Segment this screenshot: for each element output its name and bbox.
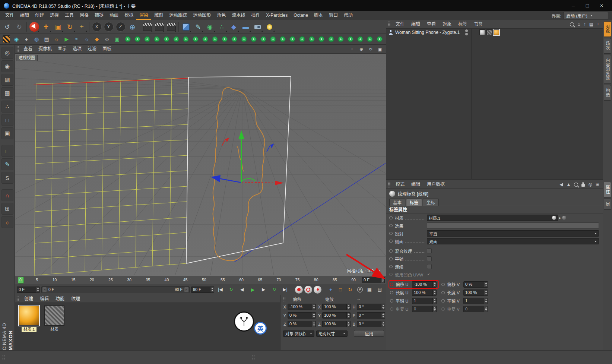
object-name[interactable]: Woman Sitting Phone - Zygote.1 bbox=[395, 30, 460, 35]
am-menu-userdata[interactable]: 用户数据 bbox=[424, 180, 448, 189]
lock-z-button[interactable]: Z bbox=[115, 21, 126, 33]
anim-dot[interactable] bbox=[389, 240, 393, 243]
anim-dot[interactable] bbox=[441, 291, 445, 294]
render-view-button[interactable] bbox=[142, 21, 153, 33]
fluid-button[interactable]: ◉ bbox=[12, 35, 21, 44]
menu-select[interactable]: 选择 bbox=[47, 11, 62, 20]
enable-axis-button[interactable]: ∟ bbox=[1, 145, 13, 157]
search-icon[interactable] bbox=[570, 22, 574, 26]
repeat-v-field[interactable]: 0 bbox=[463, 306, 488, 312]
record-keyframe-button[interactable] bbox=[295, 286, 303, 294]
environment-button[interactable]: ▬ bbox=[240, 21, 251, 33]
tab-coordinates[interactable]: 坐标 bbox=[423, 199, 439, 206]
next-frame-button[interactable]: ▶ bbox=[259, 286, 268, 294]
sphere-tool-button[interactable]: ● bbox=[22, 35, 31, 44]
menu-character[interactable]: 角色 bbox=[214, 11, 229, 20]
object-tree[interactable]: Woman Sitting Phone - Zygote.1 bbox=[386, 29, 603, 180]
undo-button[interactable]: ↺ bbox=[1, 21, 13, 33]
primitive-cube-button[interactable] bbox=[180, 21, 192, 33]
panel-grip[interactable] bbox=[252, 355, 255, 360]
stepper[interactable] bbox=[484, 282, 488, 287]
camera-button[interactable] bbox=[252, 21, 263, 33]
stepper[interactable] bbox=[484, 290, 488, 295]
autokeying-button[interactable] bbox=[304, 286, 312, 294]
play-button[interactable]: ▶ bbox=[248, 286, 257, 294]
spline-pen-button[interactable]: ✎ bbox=[192, 21, 204, 33]
material-name[interactable]: 材质 bbox=[49, 327, 60, 332]
move-button[interactable]: + bbox=[40, 21, 52, 33]
rotate-button[interactable]: ↻ bbox=[64, 21, 76, 33]
scale-y-field[interactable]: 100 % bbox=[322, 312, 351, 319]
panel-grip[interactable] bbox=[388, 21, 391, 27]
repeat-u-field[interactable]: 0 bbox=[412, 306, 437, 312]
tab-tag[interactable]: 标签 bbox=[406, 199, 422, 206]
rotate-view-button[interactable]: ↻ bbox=[367, 46, 374, 52]
box-tool-button[interactable]: ▣ bbox=[112, 35, 121, 44]
menu-tools[interactable]: 工具 bbox=[62, 11, 77, 20]
timeline-ruler[interactable]: 0 5 10 15 20 25 30 35 40 45 50 55 60 65 … bbox=[15, 276, 386, 284]
tile-checkbox[interactable] bbox=[427, 256, 432, 261]
anim-dot[interactable] bbox=[390, 283, 393, 286]
timeline-frame-spinner[interactable]: 0 F bbox=[362, 277, 385, 283]
points-mode-button[interactable]: ∴ bbox=[1, 101, 13, 113]
range-start-handle[interactable]: ◂ bbox=[42, 287, 47, 292]
menu-render[interactable]: 渲染 bbox=[136, 11, 151, 20]
lock-y-button[interactable]: Y bbox=[103, 21, 114, 33]
panel-grip[interactable] bbox=[283, 297, 286, 301]
menu-mograph[interactable]: 运动图形 bbox=[190, 11, 214, 20]
gear2-button[interactable]: ☼ bbox=[82, 35, 91, 44]
menu-snap[interactable]: 捕捉 bbox=[92, 11, 107, 20]
side-dropdown[interactable]: 双面 bbox=[427, 238, 599, 244]
path-up-icon[interactable]: ↑ bbox=[584, 22, 586, 27]
gear-tool-button[interactable]: ☼ bbox=[52, 35, 61, 44]
forward-icon[interactable]: ▲ bbox=[567, 182, 571, 187]
om-menu-edit[interactable]: 编辑 bbox=[408, 20, 423, 29]
tiles-u-field[interactable]: 1 bbox=[412, 298, 437, 304]
anim-dot[interactable] bbox=[389, 216, 393, 219]
target-icon[interactable]: ◎ bbox=[588, 182, 592, 187]
loop-button[interactable]: ↻ bbox=[270, 286, 279, 294]
visibility-dots[interactable] bbox=[465, 29, 468, 35]
minimize-button[interactable]: – bbox=[567, 1, 580, 10]
pick-material-icon[interactable] bbox=[562, 216, 566, 220]
stepper[interactable] bbox=[210, 287, 214, 292]
menu-animate[interactable]: 动画 bbox=[107, 11, 121, 20]
grid-layout-icon[interactable]: ⊞ bbox=[596, 182, 599, 187]
view-menu-camera[interactable]: 摄像机 bbox=[35, 45, 55, 53]
offset-v-field[interactable]: 0 % bbox=[463, 281, 488, 288]
rotation-h-field[interactable]: 0 ° bbox=[357, 304, 385, 310]
infinite-button[interactable]: ∞ bbox=[102, 35, 111, 44]
scale-button[interactable]: ▣ bbox=[52, 21, 64, 33]
menu-create[interactable]: 创建 bbox=[32, 11, 47, 20]
viewport-canvas[interactable]: 透视视图 网格间距 : 100 cm bbox=[15, 54, 386, 276]
material-thumbnail[interactable] bbox=[19, 306, 39, 326]
object-row[interactable]: Woman Sitting Phone - Zygote.1 bbox=[386, 29, 603, 36]
om-column-divider[interactable] bbox=[471, 29, 472, 180]
snap-button[interactable]: ∩ bbox=[1, 189, 13, 201]
dock-tab-attributes[interactable]: 属性 bbox=[604, 182, 611, 197]
view-menu-filter[interactable]: 过滤 bbox=[85, 45, 99, 53]
om-menu-objects[interactable]: 对象 bbox=[440, 20, 454, 29]
dock-tab-structure[interactable]: 构造 bbox=[604, 85, 611, 101]
range-end-handle[interactable]: ▸ bbox=[184, 287, 188, 292]
mm-menu-edit[interactable]: 编辑 bbox=[37, 295, 52, 303]
cache-button[interactable]: ▤ bbox=[42, 35, 51, 44]
om-menu-view[interactable]: 查看 bbox=[424, 20, 439, 29]
menu-sculpt[interactable]: 雕刻 bbox=[151, 11, 166, 20]
maximize-button[interactable]: □ bbox=[581, 1, 594, 10]
panel-grip[interactable] bbox=[16, 296, 19, 301]
panel-grip[interactable] bbox=[2, 355, 5, 360]
length-u-field[interactable]: 100 % bbox=[412, 289, 437, 296]
home-icon[interactable]: ⌂ bbox=[577, 22, 580, 27]
anim-dot[interactable] bbox=[389, 249, 393, 253]
dock-tab-layers[interactable]: 层 bbox=[604, 199, 611, 210]
apply-button[interactable]: 应用 bbox=[354, 330, 384, 337]
model-mode-button[interactable]: ◉ bbox=[1, 60, 13, 72]
stepper[interactable] bbox=[432, 306, 436, 312]
material-item[interactable]: 材质 bbox=[44, 306, 65, 332]
loop-mode-button[interactable]: ↻ bbox=[226, 286, 236, 294]
live-selection-button[interactable] bbox=[28, 21, 40, 33]
offset-z-field[interactable]: 0 % bbox=[288, 321, 316, 327]
subdivision-surface-button[interactable]: ◉ bbox=[204, 21, 216, 33]
stepper[interactable] bbox=[484, 298, 488, 304]
